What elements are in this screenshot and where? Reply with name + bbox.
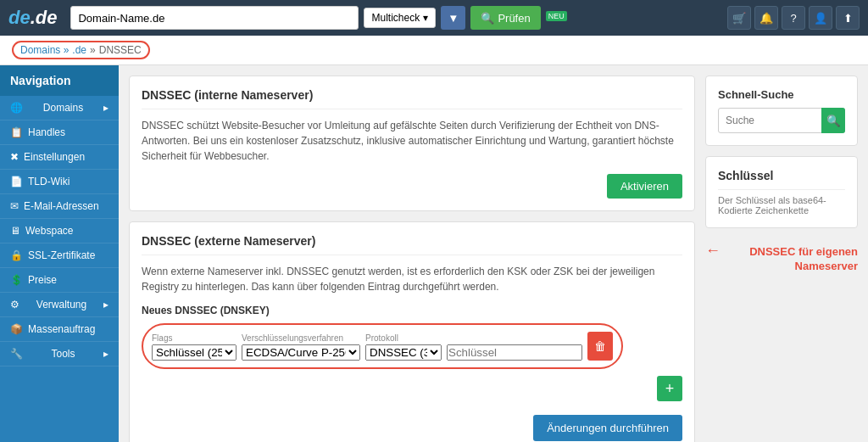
verschl-label: Verschlüsselungsverfahren <box>242 333 360 343</box>
schnell-suche-panel: Schnell-Suche 🔍 <box>705 76 858 146</box>
sidebar-item-email[interactable]: ✉ E-Mail-Adressen <box>0 194 119 219</box>
header-icons: 🛒 🔔 ? 👤 ⬆ <box>727 6 860 30</box>
breadcrumb-highlight: Domains » .de » DNSSEC <box>12 41 150 59</box>
delete-button[interactable]: 🗑 <box>587 332 613 361</box>
proto-group: Protokoll DNSSEC (3) <box>365 333 442 361</box>
arrow-icon: ▸ <box>103 102 108 114</box>
content-area: DNSSEC (interne Nameserver) DNSSEC schüt… <box>119 65 868 442</box>
sidebar-item-webspace[interactable]: 🖥 Webspace <box>0 219 119 243</box>
flags-group: Flags Schlüssel (25 <box>152 333 236 361</box>
sidebar-item-massenauftrag[interactable]: 📦 Massenauftrag <box>0 317 119 342</box>
filter-icon: ▼ <box>448 12 459 25</box>
sidebar-item-domains[interactable]: 🌐 Domains ▸ <box>0 96 119 120</box>
dnssec-internal-title: DNSSEC (interne Nameserver) <box>142 88 682 109</box>
sidebar-item-tld-wiki[interactable]: 📄 TLD-Wiki <box>0 170 119 194</box>
dnssec-annotation: ← DNSSEC für eigenen Nameserver <box>705 238 858 274</box>
breadcrumb-domain[interactable]: .de <box>72 44 86 56</box>
search-bar-container: Multicheck ▾ ▼ 🔍 Prüfen NEU <box>70 6 721 30</box>
sidebar-item-verwaltung[interactable]: ⚙ Verwaltung ▸ <box>0 293 119 317</box>
schluessel-input[interactable] <box>447 344 582 361</box>
logout-icon-button[interactable]: ⬆ <box>836 6 860 30</box>
domain-input[interactable] <box>70 6 359 30</box>
search-field-wrap: 🔍 <box>718 108 845 133</box>
schluessel-description: Der Schlüssel als base64-Kodierte Zeiche… <box>718 195 845 215</box>
sidebar-title: Navigation <box>0 65 119 96</box>
sidebar: Navigation 🌐 Domains ▸ 📋 Handles ✖ Einst… <box>0 65 119 442</box>
dnssec-internal-description: DNSSEC schützt Website-Besucher vor Umle… <box>142 118 682 164</box>
dnssec-external-description: Wenn externe Nameserver inkl. DNSSEC gen… <box>142 264 682 294</box>
annotation-text: DNSSEC für eigenen Nameserver <box>726 245 858 274</box>
tools-icon: 🔧 <box>10 348 23 360</box>
webspace-icon: 🖥 <box>10 225 20 237</box>
dnssec-internal-panel: DNSSEC (interne Nameserver) DNSSEC schüt… <box>129 76 695 211</box>
verschl-group: Verschlüsselungsverfahren ECDSA/Curve P-… <box>242 333 360 361</box>
plus-icon: + <box>665 380 675 398</box>
proto-label: Protokoll <box>365 333 442 343</box>
neu-badge: NEU <box>546 11 567 21</box>
dnssec-external-panel: DNSSEC (externe Nameserver) Wenn externe… <box>129 221 695 442</box>
main-content: DNSSEC (interne Nameserver) DNSSEC schüt… <box>129 76 695 442</box>
right-panel: Schnell-Suche 🔍 Schlüssel Der Schlüssel … <box>705 76 858 442</box>
schnell-search-button[interactable]: 🔍 <box>821 108 845 133</box>
breadcrumb: Domains » .de » DNSSEC <box>0 36 868 65</box>
header: de.de Multicheck ▾ ▼ 🔍 Prüfen NEU 🛒 🔔 ? … <box>0 0 868 36</box>
sidebar-item-preise[interactable]: 💲 Preise <box>0 268 119 293</box>
breadcrumb-domains[interactable]: Domains » <box>20 44 69 56</box>
arrow-icon: ▸ <box>103 299 108 311</box>
manage-icon: ⚙ <box>10 299 19 311</box>
tld-icon: 📄 <box>10 176 23 187</box>
filter-button[interactable]: ▼ <box>441 6 465 30</box>
aktivieren-button[interactable]: Aktivieren <box>607 174 682 199</box>
settings-icon: ✖ <box>10 151 19 163</box>
sidebar-item-tools[interactable]: 🔧 Tools ▸ <box>0 342 119 366</box>
proto-select[interactable]: DNSSEC (3) <box>365 344 442 361</box>
email-icon: ✉ <box>10 200 19 212</box>
sidebar-item-einstellungen[interactable]: ✖ Einstellungen <box>0 145 119 170</box>
neues-dnssec-label: Neues DNSSEC (DNSKEY) <box>142 305 682 316</box>
flags-label: Flags <box>152 333 236 343</box>
search-icon: 🔍 <box>481 12 494 25</box>
flags-select[interactable]: Schlüssel (25 <box>152 344 236 361</box>
dnssec-external-title: DNSSEC (externe Nameserver) <box>142 234 682 255</box>
schluessel-panel: Schlüssel Der Schlüssel als base64-Kodie… <box>705 156 858 228</box>
lock-icon: 🔒 <box>10 249 23 261</box>
mass-icon: 📦 <box>10 323 23 335</box>
schluessel-title: Schlüssel <box>718 169 845 190</box>
sidebar-item-handles[interactable]: 📋 Handles <box>0 120 119 145</box>
help-icon-button[interactable]: ? <box>782 6 805 30</box>
sidebar-item-ssl[interactable]: 🔒 SSL-Zertifikate <box>0 243 119 268</box>
schnell-suche-title: Schnell-Suche <box>718 88 845 101</box>
price-icon: 💲 <box>10 274 23 286</box>
aendern-button[interactable]: Änderungen durchführen <box>533 415 682 441</box>
handles-icon: 📋 <box>10 126 23 138</box>
breadcrumb-current: DNSSEC <box>99 44 142 56</box>
verschl-select[interactable]: ECDSA/Curve P-256/SH <box>242 344 360 361</box>
trash-icon: 🗑 <box>594 339 606 353</box>
cart-icon-button[interactable]: 🛒 <box>727 6 751 30</box>
user-icon-button[interactable]: 👤 <box>809 6 832 30</box>
multicheck-button[interactable]: Multicheck ▾ <box>364 8 436 28</box>
arrow-icon: ▸ <box>103 348 108 360</box>
add-button[interactable]: + <box>657 376 682 401</box>
bell-icon-button[interactable]: 🔔 <box>754 6 778 30</box>
main-layout: Navigation 🌐 Domains ▸ 📋 Handles ✖ Einst… <box>0 65 868 442</box>
chevron-down-icon: ▾ <box>423 12 428 24</box>
logo: de.de <box>8 7 57 29</box>
globe-icon: 🌐 <box>10 102 23 114</box>
pruefen-button[interactable]: 🔍 Prüfen <box>470 6 540 30</box>
search-icon: 🔍 <box>826 115 841 127</box>
breadcrumb-separator: » <box>90 44 96 56</box>
